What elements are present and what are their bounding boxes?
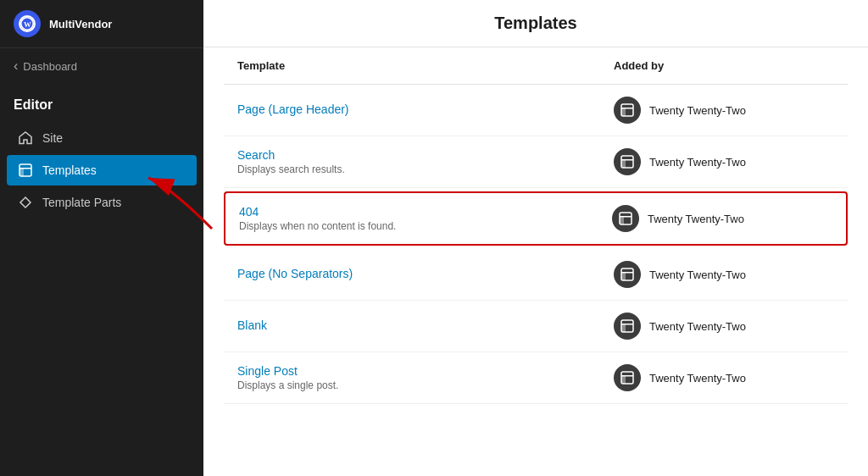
row-template-info: Search Displays search results. [237, 148, 614, 175]
svg-rect-20 [621, 324, 626, 332]
template-desc: Displays a single post. [237, 379, 614, 391]
table-row[interactable]: Blank Twenty Twenty-Two [224, 301, 848, 352]
template-desc: Displays search results. [237, 163, 614, 175]
row-added-by: Twenty Twenty-Two [614, 313, 834, 340]
template-name: Single Post [237, 364, 614, 378]
template-name: Page (Large Header) [237, 102, 614, 116]
col-header-template: Template [237, 59, 614, 72]
main-header: Templates [203, 0, 868, 47]
svg-rect-4 [19, 168, 24, 176]
row-template-info: 404 Displays when no content is found. [239, 205, 612, 232]
sidebar-item-template-parts-label: Template Parts [42, 196, 121, 209]
template-name: 404 [239, 205, 612, 219]
row-template-info: Single Post Displays a single post. [237, 364, 614, 391]
template-name: Search [237, 148, 614, 162]
home-icon [17, 130, 34, 147]
sidebar-item-templates[interactable]: Templates [7, 155, 197, 185]
wp-logo: W [14, 10, 41, 37]
sidebar-item-site[interactable]: Site [7, 123, 197, 153]
table-row[interactable]: Page (No Separators) Twenty Twenty-Two [224, 249, 848, 301]
table-row[interactable]: Page (Large Header) Twenty Twenty-Two [224, 85, 848, 136]
main-content: Templates Template Added by Page (Large … [203, 0, 868, 476]
theme-name: Twenty Twenty-Two [649, 104, 746, 117]
page-title: Templates [224, 14, 848, 33]
theme-icon [612, 205, 639, 232]
row-template-info: Page (Large Header) [237, 102, 614, 118]
svg-rect-14 [620, 216, 624, 224]
svg-rect-23 [621, 375, 626, 384]
svg-rect-11 [621, 159, 626, 168]
theme-icon [614, 364, 641, 391]
nav-items: Site Templates [0, 119, 203, 221]
theme-name: Twenty Twenty-Two [649, 372, 746, 385]
dashboard-link-label: Dashboard [23, 60, 77, 73]
col-header-added: Added by [614, 59, 834, 72]
sidebar-item-templates-label: Templates [42, 163, 97, 177]
theme-icon [614, 97, 641, 124]
theme-icon [614, 261, 641, 288]
sidebar-header: W MultiVendor [0, 0, 203, 48]
dashboard-link[interactable]: Dashboard [0, 48, 203, 84]
row-added-by: Twenty Twenty-Two [614, 364, 834, 391]
svg-rect-17 [621, 272, 626, 280]
row-template-info: Blank [237, 318, 614, 334]
template-icon [17, 162, 34, 179]
wp-logo-inner: W [19, 15, 36, 32]
row-added-by: Twenty Twenty-Two [614, 261, 834, 288]
site-name: MultiVendor [49, 18, 112, 30]
sidebar-item-site-label: Site [42, 131, 63, 145]
sidebar-item-template-parts[interactable]: Template Parts [7, 187, 197, 218]
template-desc: Displays when no content is found. [239, 220, 612, 232]
theme-name: Twenty Twenty-Two [649, 156, 746, 169]
row-added-by: Twenty Twenty-Two [612, 205, 832, 232]
svg-text:W: W [24, 20, 31, 29]
template-name: Page (No Separators) [237, 267, 614, 280]
diamond-icon [17, 194, 34, 211]
theme-icon [614, 148, 641, 175]
row-template-info: Page (No Separators) [237, 267, 614, 282]
table-container: Template Added by Page (Large Header) Tw… [203, 47, 868, 476]
row-added-by: Twenty Twenty-Two [614, 148, 834, 175]
table-header: Template Added by [224, 47, 848, 85]
table-row[interactable]: Search Displays search results. Twenty T… [224, 136, 848, 188]
table-row[interactable]: Single Post Displays a single post. Twen… [224, 352, 848, 404]
theme-name: Twenty Twenty-Two [649, 268, 746, 281]
theme-icon [614, 313, 641, 340]
sidebar: W MultiVendor Dashboard Editor Site [0, 0, 203, 476]
editor-label: Editor [0, 84, 203, 119]
row-added-by: Twenty Twenty-Two [614, 97, 834, 124]
theme-name: Twenty Twenty-Two [649, 320, 746, 333]
svg-rect-8 [621, 108, 626, 116]
template-name: Blank [237, 318, 614, 332]
theme-name: Twenty Twenty-Two [648, 213, 744, 225]
table-row-highlighted[interactable]: 404 Displays when no content is found. T… [224, 191, 848, 246]
